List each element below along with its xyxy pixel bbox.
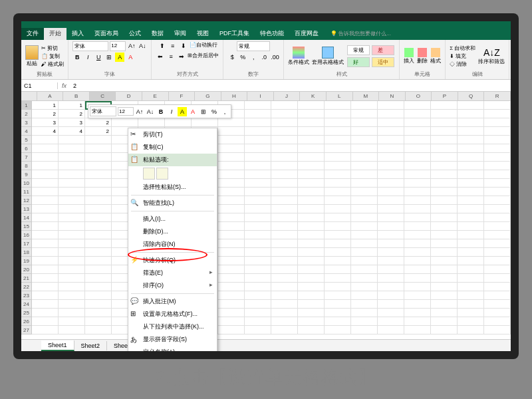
cell[interactable] [325,136,351,144]
cell[interactable] [245,179,271,188]
menu-smart-lookup[interactable]: 🔍智能查找(L) [128,197,217,209]
cell[interactable] [404,265,431,274]
cell[interactable] [458,283,484,291]
cell[interactable] [325,188,351,196]
cell[interactable] [431,205,458,213]
menu-insert[interactable]: 插入(I)... [128,213,217,225]
cell[interactable] [458,153,484,162]
cell[interactable] [218,153,245,162]
increase-decimal-icon[interactable]: .0 [259,53,269,62]
cell[interactable] [431,326,458,334]
row-header[interactable]: 16 [21,231,32,239]
cell[interactable] [431,162,458,170]
col-header[interactable]: M [353,92,380,100]
sheet-tab-1[interactable]: Sheet1 [41,340,74,351]
wrap-text-button[interactable]: 📄自动换行 [190,41,217,51]
menu-sort[interactable]: 排序(O)▸ [128,279,217,292]
cell[interactable] [431,231,458,239]
cell[interactable] [458,231,484,239]
menu-dropdown-pick[interactable]: 从下拉列表中选择(K)... [128,321,217,333]
cell[interactable] [458,248,484,257]
cell[interactable] [298,196,325,205]
menu-insert-comment[interactable]: 💬插入批注(M) [128,295,217,308]
cell[interactable] [245,274,271,283]
cell[interactable] [325,144,351,153]
cell[interactable] [218,205,245,213]
cell[interactable] [298,222,325,231]
row-header[interactable]: 5 [21,136,32,144]
cell[interactable] [298,283,325,291]
col-header[interactable]: Q [458,92,485,100]
cell[interactable] [325,222,351,231]
cell[interactable] [325,179,351,188]
cell[interactable] [431,153,458,162]
cell[interactable] [484,162,511,170]
menu-clear[interactable]: 清除内容(N) [128,238,217,251]
cell[interactable] [484,136,511,144]
cell[interactable] [351,162,378,170]
cell[interactable] [32,291,59,300]
cell[interactable] [298,127,325,136]
font-name-select[interactable]: 宋体 [72,41,108,51]
cell[interactable] [351,274,378,283]
cell[interactable] [484,153,511,162]
cell[interactable] [484,248,511,257]
cell[interactable] [32,309,59,317]
cell[interactable] [378,326,404,334]
cell[interactable] [484,144,511,153]
cell[interactable] [245,136,271,144]
cell[interactable] [378,231,404,239]
cell[interactable] [404,101,431,110]
cell[interactable] [271,309,298,317]
cell[interactable] [351,283,378,291]
cell[interactable] [431,213,458,222]
cell[interactable] [298,118,325,127]
cell[interactable] [458,213,484,222]
tab-special[interactable]: 特色功能 [255,28,289,40]
fill-button[interactable]: ⬇ 填充 [450,53,475,60]
tab-baidu[interactable]: 百度网盘 [289,28,324,40]
cells-area[interactable]: 112222332442 [32,101,511,334]
cell[interactable] [245,326,271,334]
cell[interactable] [85,213,112,222]
cell[interactable] [431,110,458,118]
cell[interactable] [325,326,351,334]
cell[interactable] [112,118,138,127]
cell[interactable] [325,265,351,274]
cell[interactable] [245,170,271,179]
cell[interactable] [59,257,85,265]
col-header[interactable]: C [90,92,116,100]
cell[interactable] [298,300,325,309]
cell[interactable] [404,274,431,283]
cell[interactable] [218,179,245,188]
cell[interactable] [218,265,245,274]
cell[interactable] [484,101,511,110]
cell[interactable] [298,239,325,248]
menu-phonetic[interactable]: あ显示拼音字段(S) [128,333,217,346]
cell[interactable] [378,265,404,274]
cell[interactable] [458,265,484,274]
cell[interactable] [404,309,431,317]
cell[interactable] [431,248,458,257]
cell[interactable] [458,239,484,248]
cell[interactable] [404,205,431,213]
cell[interactable] [458,127,484,136]
cell[interactable] [218,231,245,239]
mini-font-select[interactable]: 宋体 [90,106,116,116]
cell[interactable] [298,136,325,144]
bold-button[interactable]: B [72,53,82,62]
cell[interactable] [431,118,458,127]
cell[interactable] [431,136,458,144]
cell[interactable] [271,205,298,213]
cell[interactable] [458,257,484,265]
row-header[interactable]: 14 [21,213,32,222]
cell[interactable] [351,196,378,205]
cell[interactable] [218,326,245,334]
cell[interactable] [59,248,85,257]
currency-icon[interactable]: $ [227,53,237,62]
cell[interactable] [298,317,325,326]
cell[interactable] [351,300,378,309]
cell[interactable] [378,179,404,188]
cell[interactable] [32,231,59,239]
cell[interactable] [298,248,325,257]
